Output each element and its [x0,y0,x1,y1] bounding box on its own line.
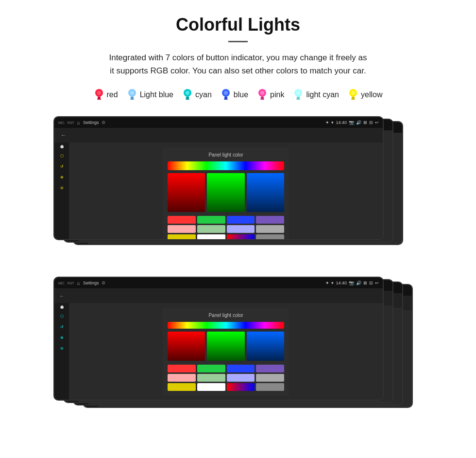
svg-rect-6 [130,99,134,100]
svg-rect-18 [260,99,264,100]
device-card-front-1: MIC RST ⌂ Settings ⚙ ✦ ▾ 14:40 📷 🔊 ⊠ ⊟ [53,116,384,240]
nav-bar-front: ← [54,128,383,142]
bottom-device-group: MIC RST ⌂ Settings ← ⚪ ⬡ ↺ ⊕ ⊖ [53,277,423,423]
color-label-blue: blue [234,90,248,99]
yellow-bulb-icon [348,88,358,102]
svg-rect-1 [98,97,101,99]
side-buttons-b4: ⚪ ⬡ ↺ ⊕ ⊖ [54,303,69,401]
svg-point-11 [186,91,189,95]
nav-bar-b4: ← [54,288,383,303]
svg-rect-21 [297,97,300,99]
color-item-red: red [94,88,118,102]
svg-rect-13 [224,97,227,99]
device-card-b4: MIC RST ⌂ Settings ⚙ ✦ ▾ 14:40 📷 🔊 ⊠ ⊟ [53,277,384,401]
svg-point-7 [130,91,134,95]
color-label-pink: pink [270,90,284,99]
watermark-top: Seicane [221,247,255,257]
panel-light-color-ui-bottom: Panel light color [163,308,289,396]
top-device-group: MIC RST ⌂ Set ⚪ ⬡ ↺ ⊕ ⊖ [53,116,423,262]
pink-bulb-icon [257,88,268,102]
color-label-lightcyan: light cyan [306,90,339,99]
color-swatches-bottom [168,365,284,391]
svg-rect-14 [224,99,228,100]
svg-point-15 [224,91,228,95]
svg-point-23 [296,91,300,95]
side-buttons-front: ⚪ ⬡ ↺ ⊕ ⊖ [54,142,69,240]
svg-point-27 [351,91,355,95]
panel-color-area: Panel light color [69,142,383,240]
panel-title: Panel light color [168,152,284,158]
color-label-cyan: cyan [195,90,212,99]
color-label-lightblue: Light blue [140,90,173,99]
back-icon: ← [59,131,68,140]
color-item-blue: blue [221,88,248,102]
color-list: red Light blue cyan [19,88,457,102]
svg-point-3 [97,91,101,95]
svg-point-19 [260,91,264,95]
color-item-pink: pink [257,88,284,102]
red-bulb-icon [94,88,104,102]
blue-bulb-icon [221,88,231,102]
lightcyan-bulb-icon [293,88,304,102]
svg-rect-25 [352,97,355,99]
svg-rect-2 [97,99,101,100]
color-item-lightblue: Light blue [127,88,173,102]
color-swatches [168,216,284,240]
panel-light-color-ui: Panel light color [163,147,289,240]
panel-title-bottom: Panel light color [168,313,284,318]
color-label-yellow: yellow [361,90,382,99]
color-item-cyan: cyan [182,88,212,102]
color-bars-bottom [168,332,284,361]
color-item-lightcyan: light cyan [293,88,339,102]
svg-rect-22 [296,99,300,100]
status-bar-front: MIC RST ⌂ Settings ⚙ ✦ ▾ 14:40 📷 🔊 ⊠ ⊟ [54,117,383,128]
lightblue-bulb-icon [127,88,137,102]
watermark-bottom: Seicane [221,407,255,418]
title-divider [228,41,248,42]
color-bars [168,173,284,212]
cyan-bulb-icon [182,88,193,102]
svg-rect-17 [261,97,264,99]
status-bar-b4: MIC RST ⌂ Settings ⚙ ✦ ▾ 14:40 📷 🔊 ⊠ ⊟ [54,278,383,288]
svg-rect-10 [186,99,189,100]
description-text: Integrated with 7 colors of button indic… [19,51,457,77]
color-item-yellow: yellow [348,88,382,102]
color-label-red: red [107,90,118,99]
page-title: Colorful Lights [19,15,457,35]
panel-color-area-bottom: Panel light color [69,303,383,401]
svg-rect-5 [131,97,134,99]
svg-rect-9 [186,97,189,99]
svg-rect-26 [351,99,355,100]
